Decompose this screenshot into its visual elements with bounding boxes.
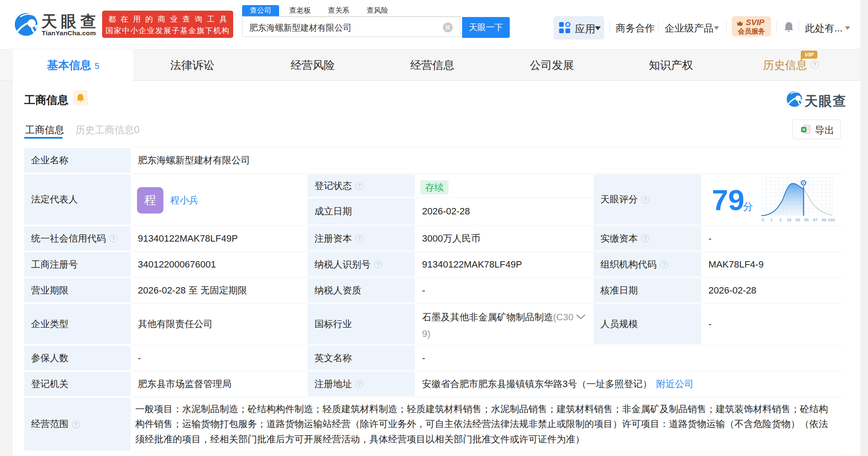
svg-text:15: 15 <box>787 217 791 222</box>
svg-text:85: 85 <box>804 217 809 222</box>
svg-text:3: 3 <box>779 217 781 222</box>
svg-text:50: 50 <box>796 217 800 222</box>
svg-text:0: 0 <box>762 217 764 222</box>
svg-text:100: 100 <box>828 217 835 222</box>
svg-text:1: 1 <box>771 217 773 222</box>
svg-text:97: 97 <box>813 217 818 222</box>
svg-text:99: 99 <box>822 217 826 222</box>
